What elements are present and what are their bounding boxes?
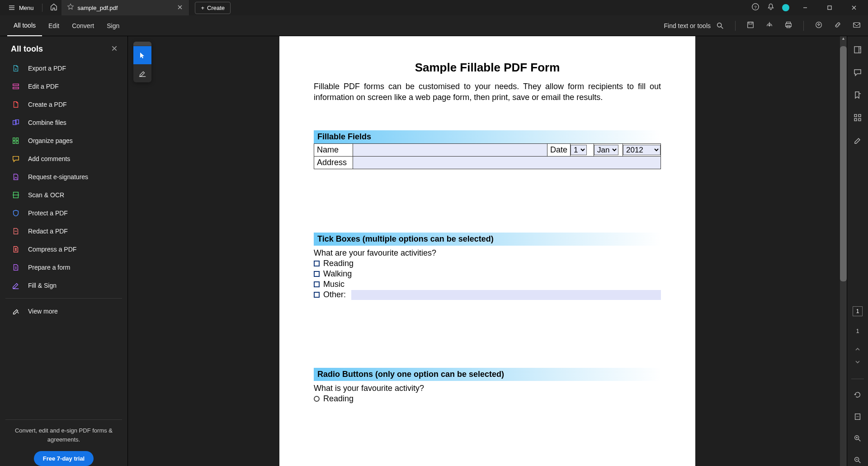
avatar[interactable] [782,4,789,11]
bookmark-panel-icon[interactable] [853,90,862,101]
organize-icon [12,137,20,145]
separator [851,379,864,379]
sidebar-item-protect[interactable]: Protect a PDF [5,204,122,222]
separator [5,298,122,299]
address-input[interactable] [353,156,661,169]
find-label: Find text or tools [664,22,711,29]
checkbox-label: Music [323,280,344,289]
checkbox[interactable] [314,292,320,298]
maximize-button[interactable] [821,5,838,10]
comment-panel-icon[interactable] [853,68,862,79]
year-dropdown[interactable]: 2012 [623,145,660,155]
menu-button[interactable]: Menu [4,1,38,14]
search-icon [716,22,724,30]
create-button[interactable]: + Create [195,2,231,14]
checkbox-label: Walking [323,269,352,279]
print-icon[interactable] [784,21,793,31]
svg-rect-15 [13,138,15,140]
find-button[interactable]: Find text or tools [664,22,725,30]
sidebar-item-label: Request e-signatures [28,173,88,181]
page-up-icon[interactable] [854,346,861,354]
zoom-in-icon[interactable] [854,434,862,444]
sidebar-item-prepare[interactable]: Prepare a form [5,258,122,276]
save-icon[interactable] [746,21,755,31]
separator [803,21,804,31]
close-window-button[interactable] [845,5,863,10]
sidebar-toggle-icon[interactable] [853,45,862,56]
sidebar-item-more[interactable]: View more [5,302,122,320]
radio-button[interactable] [314,396,320,402]
more-icon [12,307,20,315]
star-icon[interactable] [67,3,74,12]
zoom-out-icon[interactable] [854,456,862,466]
checkbox-label: Other: [323,290,346,300]
combine-icon [12,119,20,127]
rotate-icon[interactable] [854,391,862,401]
link-icon[interactable] [834,21,842,31]
sidebar-item-compress[interactable]: Compress a PDF [5,240,122,258]
svg-rect-23 [854,119,857,121]
sidebar-item-scan[interactable]: Scan & OCR [5,186,122,204]
sidebar-item-label: Fill & Sign [28,282,57,289]
checkbox[interactable] [314,281,320,287]
tab-convert[interactable]: Convert [66,15,100,36]
sidebar-item-label: Organize pages [28,137,73,144]
sidebar-item-comments[interactable]: Add comments [5,150,122,168]
esign-icon [12,173,20,181]
sidebar-item-fillsign[interactable]: Fill & Sign [5,276,122,295]
sidebar-close-button[interactable] [111,45,118,53]
tab-sign[interactable]: Sign [100,15,126,36]
month-dropdown[interactable]: Jan [594,145,618,155]
mail-icon[interactable] [853,21,861,31]
page-scrollbar[interactable]: ▲ [840,36,847,466]
tab-close-button[interactable] [175,2,184,14]
minimize-button[interactable] [797,5,814,10]
drag-handle-icon[interactable] [133,42,151,46]
page-number-input[interactable]: 1 [853,306,863,316]
redact-icon [12,227,20,235]
trial-button[interactable]: Free 7-day trial [34,451,94,466]
checkbox[interactable] [314,271,320,277]
document-tab[interactable]: sample_pdf.pdf [61,0,190,15]
tab-filename: sample_pdf.pdf [78,5,118,11]
checkbox[interactable] [314,261,320,266]
sidebar-item-label: View more [28,308,58,315]
help-icon[interactable]: ? [751,3,760,13]
name-input[interactable] [353,143,547,156]
create-icon [12,100,20,109]
sidebar-item-label: Export a PDF [28,65,66,72]
fit-page-icon[interactable] [854,413,862,423]
page-down-icon[interactable] [854,359,861,367]
menu-label: Menu [19,5,34,11]
sidebar-item-create[interactable]: Create a PDF [5,95,122,114]
home-button[interactable] [46,0,61,15]
sidebar-item-export[interactable]: Export a PDF [5,59,122,77]
sidebar-item-edit[interactable]: Edit a PDF [5,77,122,95]
edit-tool-icon[interactable] [853,136,862,147]
tab-all-tools[interactable]: All tools [7,15,42,36]
sidebar-item-esign[interactable]: Request e-signatures [5,168,122,186]
svg-rect-21 [854,114,857,117]
sidebar-item-label: Edit a PDF [28,83,59,90]
tab-edit[interactable]: Edit [42,15,66,36]
highlight-tool-button[interactable] [133,64,151,82]
sidebar-item-redact[interactable]: Redact a PDF [5,222,122,240]
separator [42,4,42,12]
thumbnails-icon[interactable] [853,113,862,124]
plus-icon: + [201,5,204,11]
compress-icon [12,245,20,253]
question-activities: What are your favourite activities? [314,248,661,258]
select-tool-button[interactable] [133,46,151,64]
sidebar-item-organize[interactable]: Organize pages [5,132,122,150]
sidebar-item-combine[interactable]: Combine files [5,114,122,132]
notifications-icon[interactable] [767,3,775,13]
svg-rect-12 [13,87,19,89]
upload-icon[interactable] [765,21,774,31]
sidebar-item-label: Protect a PDF [28,209,68,217]
sidebar-item-label: Add comments [28,155,70,162]
other-text-input[interactable] [351,290,661,300]
export-icon [12,64,20,72]
ai-icon[interactable] [815,21,823,31]
day-dropdown[interactable]: 1 [571,145,587,155]
floating-toolbar[interactable] [133,42,151,82]
